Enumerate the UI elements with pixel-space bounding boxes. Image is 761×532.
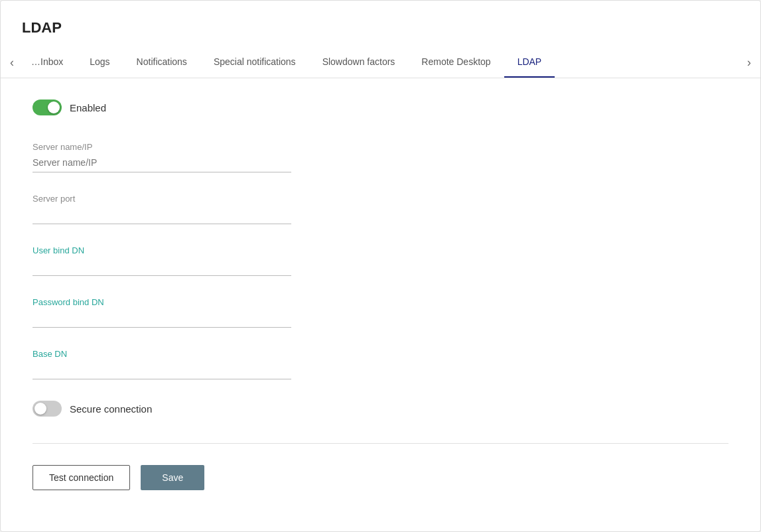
user-bind-dn-label: User bind DN [33,245,291,255]
main-window: LDAP ‹ …Inbox Logs Notifications Special… [0,0,761,532]
server-name-field: Server name/IP [33,142,291,172]
tab-slowdown-factors[interactable]: Slowdown factors [309,47,409,78]
chevron-right-icon: › [747,56,751,70]
password-bind-dn-label: Password bind DN [33,297,291,307]
button-row: Test connection Save [33,465,728,490]
enabled-toggle[interactable] [33,100,62,115]
tabs-list: …Inbox Logs Notifications Special notifi… [18,47,743,78]
save-button[interactable]: Save [141,465,204,490]
user-bind-dn-field: User bind DN [33,245,291,276]
test-connection-button[interactable]: Test connection [33,465,130,490]
base-dn-label: Base DN [33,349,291,359]
server-port-field: Server port [33,194,291,224]
tab-logs[interactable]: Logs [76,47,123,78]
page-title: LDAP [1,1,760,47]
base-dn-field: Base DN [33,349,291,379]
divider [33,443,728,444]
tab-mailbox[interactable]: …Inbox [18,47,76,78]
password-bind-dn-input[interactable] [33,310,291,328]
tab-remote-desktop[interactable]: Remote Desktop [408,47,504,78]
tabs-prev-button[interactable]: ‹ [6,50,18,75]
server-name-input[interactable] [33,155,291,172]
secure-connection-toggle-thumb [35,403,46,415]
server-port-input[interactable] [33,206,291,224]
content-area: Enabled Server name/IP Server port User … [1,78,760,517]
enabled-toggle-row: Enabled [33,100,728,115]
enabled-label: Enabled [70,102,106,113]
server-port-label: Server port [33,194,291,204]
tab-ldap[interactable]: LDAP [504,47,555,78]
secure-connection-toggle[interactable] [33,401,62,417]
tabs-container: ‹ …Inbox Logs Notifications Special noti… [1,47,760,78]
base-dn-input[interactable] [33,362,291,379]
password-bind-dn-field: Password bind DN [33,297,291,328]
user-bind-dn-input[interactable] [33,258,291,276]
tabs-next-button[interactable]: › [743,50,755,75]
secure-connection-label: Secure connection [70,403,152,415]
enabled-toggle-thumb [48,101,60,113]
secure-connection-toggle-row: Secure connection [33,401,728,417]
tab-special-notifications[interactable]: Special notifications [200,47,309,78]
server-name-label: Server name/IP [33,142,291,152]
chevron-left-icon: ‹ [10,56,14,70]
tab-notifications[interactable]: Notifications [123,47,200,78]
